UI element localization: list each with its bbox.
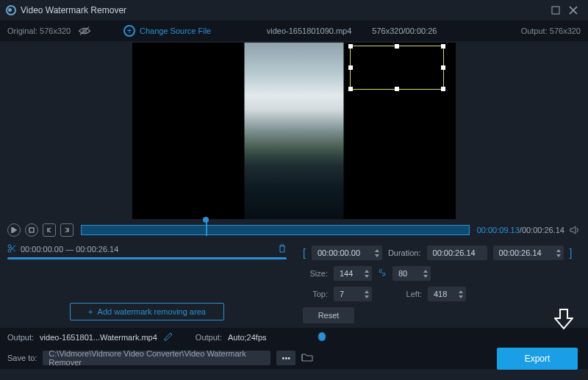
settings-icon[interactable]	[317, 331, 327, 343]
export-button[interactable]: Export	[497, 348, 578, 370]
bracket-left-icon[interactable]: [	[303, 247, 306, 259]
stop-button[interactable]	[25, 223, 38, 237]
set-out-button[interactable]	[60, 223, 74, 237]
duration-input[interactable]: 00:00:26.14	[427, 245, 487, 260]
original-dims: 576x320	[40, 26, 71, 35]
handle-bl[interactable]	[348, 87, 353, 91]
change-source-label: Change Source File	[140, 26, 211, 35]
height-input[interactable]: 80	[392, 266, 431, 281]
properties-panel: [ 00:00:00.00 Duration:00:00:26.14 00:00…	[294, 240, 588, 328]
panels: 00:00:00.00 — 00:00:26.14 + Add watermar…	[0, 240, 588, 328]
start-time-input[interactable]: 00:00:00.00	[312, 245, 382, 260]
volume-icon[interactable]	[569, 224, 581, 236]
output-filename: video-1651801...Watermark.mp4	[40, 333, 157, 342]
add-area-button[interactable]: + Add watermark removing area	[70, 303, 224, 320]
open-folder-icon[interactable]	[301, 352, 313, 364]
segment-start: 00:00:00.00	[21, 245, 63, 254]
output-label: Output:	[521, 26, 548, 35]
plus-circle-icon: +	[123, 25, 135, 37]
playback-controls: 00:00:09.13/00:00:26.14	[0, 221, 588, 240]
timeline-scrubber[interactable]	[81, 225, 470, 235]
output-preset: Auto;24fps	[228, 333, 267, 342]
minimize-button[interactable]	[547, 3, 564, 18]
handle-mr[interactable]	[441, 65, 445, 70]
preview-toggle-icon[interactable]	[78, 26, 91, 36]
change-source-button[interactable]: + Change Source File	[123, 25, 211, 37]
original-label: Original:	[7, 26, 37, 35]
link-aspect-icon[interactable]	[378, 268, 387, 279]
down[interactable]	[373, 253, 381, 258]
total-time: 00:00:26.14	[522, 226, 564, 234]
playhead[interactable]	[206, 220, 207, 236]
up[interactable]	[373, 248, 381, 253]
source-filename: video-1651801090.mp4	[267, 26, 352, 35]
segment-end: 00:00:26.14	[76, 245, 118, 254]
handle-br[interactable]	[441, 87, 445, 91]
top-label: Top:	[303, 290, 328, 298]
segment-row[interactable]: 00:00:00.00 — 00:00:26.14	[7, 244, 287, 254]
output-file-label: Output:	[7, 333, 34, 342]
current-time: 00:00:09.13	[477, 226, 520, 234]
browse-button[interactable]: •••	[276, 351, 295, 365]
time-display: 00:00:09.13/00:00:26.14	[477, 226, 564, 234]
left-label: Left:	[397, 290, 422, 298]
scissors-icon	[7, 244, 16, 254]
end-time-input[interactable]: 00:00:26.14	[493, 245, 564, 260]
set-in-button[interactable]	[43, 223, 56, 237]
segments-panel: 00:00:00.00 — 00:00:26.14 + Add watermar…	[0, 240, 294, 328]
selection-rectangle[interactable]	[350, 46, 444, 90]
output-preset-label: Output:	[196, 333, 222, 342]
close-button[interactable]	[564, 3, 582, 18]
output-row: Output: video-1651801...Watermark.mp4 Ou…	[0, 328, 588, 347]
handle-ml[interactable]	[348, 65, 353, 70]
output-dims: 576x320	[550, 26, 581, 35]
play-button[interactable]	[7, 223, 21, 237]
size-label: Size:	[303, 269, 328, 278]
left-input[interactable]: 418	[428, 287, 466, 301]
app-logo-icon	[6, 5, 16, 15]
save-path-input[interactable]: C:\Vidmore\Vidmore Video Converter\Video…	[43, 351, 270, 365]
rename-icon[interactable]	[163, 331, 173, 343]
handle-tc[interactable]	[395, 44, 399, 49]
info-bar: Original: 576x320 + Change Source File v…	[0, 21, 588, 41]
delete-segment-button[interactable]	[278, 244, 287, 254]
svg-rect-0	[552, 7, 559, 14]
top-input[interactable]: 7	[334, 287, 372, 301]
reset-button[interactable]: Reset	[303, 307, 354, 323]
svg-rect-3	[29, 228, 34, 232]
save-to-label: Save to:	[7, 354, 37, 362]
down-arrow-icon	[554, 308, 573, 332]
plus-icon: +	[88, 307, 93, 316]
source-meta: 576x320/00:00:26	[372, 26, 437, 35]
duration-label: Duration:	[388, 248, 421, 257]
handle-tr[interactable]	[441, 44, 445, 49]
bracket-right-icon[interactable]: ]	[570, 247, 573, 259]
preview-area	[0, 41, 588, 221]
add-area-label: Add watermark removing area	[98, 307, 206, 316]
handle-tl[interactable]	[348, 44, 353, 49]
width-input[interactable]: 144	[334, 266, 372, 281]
video-preview[interactable]	[132, 43, 456, 219]
titlebar: Video Watermark Remover	[0, 0, 588, 21]
app-title: Video Watermark Remover	[21, 5, 126, 15]
handle-bc[interactable]	[395, 87, 399, 91]
